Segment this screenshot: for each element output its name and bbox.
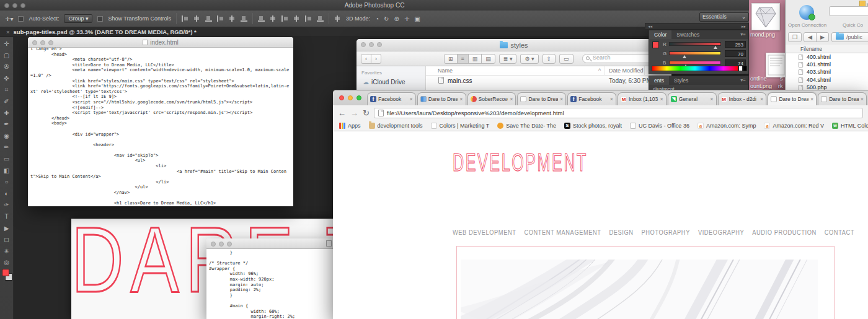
quick-connect-field[interactable] bbox=[829, 6, 868, 16]
quick-select-tool[interactable]: ✜ bbox=[0, 73, 13, 85]
document-tab[interactable]: ×sub-page-titles.psd @ 33.3% (DARE TO DR… bbox=[0, 27, 749, 37]
filename-column-header[interactable]: Filename bbox=[786, 45, 868, 53]
align-right-edges-icon[interactable] bbox=[205, 15, 212, 22]
tab-close-icon[interactable]: × bbox=[810, 96, 813, 102]
zoom-button[interactable] bbox=[356, 95, 361, 100]
tags-button[interactable]: ▭ bbox=[559, 54, 574, 64]
zoom-button[interactable] bbox=[20, 3, 25, 8]
zoom-button[interactable] bbox=[377, 42, 382, 47]
nav-link[interactable]: CONTENT MANAGEMENT bbox=[524, 229, 601, 236]
eyedropper-tool[interactable]: ✐ bbox=[0, 96, 13, 108]
close-button[interactable] bbox=[339, 95, 344, 100]
tab-adjustments-partial[interactable]: ents bbox=[649, 76, 669, 85]
distribute-right-icon[interactable] bbox=[317, 15, 324, 22]
color-spectrum-ramp[interactable] bbox=[652, 66, 738, 71]
green-slider-thumb[interactable] bbox=[683, 55, 686, 58]
history-brush-tool[interactable]: ✏ bbox=[0, 142, 13, 154]
desktop-icon-diamond-image[interactable] bbox=[751, 3, 780, 30]
zoom-button[interactable] bbox=[227, 242, 232, 247]
tab-close-icon[interactable]: × bbox=[861, 96, 864, 102]
main-css-code[interactable]: } /* Structure */ #wrapper { width: 96%;… bbox=[206, 249, 335, 319]
pen-tool[interactable]: ✑ bbox=[0, 199, 13, 211]
minimize-button[interactable] bbox=[348, 95, 353, 100]
column-date-modified[interactable]: Date Modified bbox=[609, 66, 644, 76]
desktop-icon-label[interactable]: mond.png bbox=[750, 32, 775, 38]
ftp-file-row[interactable]: 400.shtml bbox=[786, 53, 868, 61]
zoom-tool[interactable]: ◎ bbox=[0, 257, 13, 269]
move-tool-icon[interactable]: ✛▾ bbox=[5, 15, 13, 22]
back-button[interactable]: ◀ bbox=[804, 32, 817, 42]
tab-styles[interactable]: Styles bbox=[669, 76, 693, 85]
browser-tab[interactable]: SoberRecove× bbox=[467, 92, 516, 105]
browser-tab[interactable]: Facebook× bbox=[367, 92, 416, 105]
show-transform-checkbox[interactable] bbox=[97, 16, 103, 22]
distribute-top-icon[interactable] bbox=[258, 15, 265, 22]
red-value[interactable]: 253 bbox=[725, 41, 746, 48]
tab-close-icon[interactable]: × bbox=[660, 96, 663, 102]
coverflow-view-button[interactable]: ▤ bbox=[481, 54, 495, 64]
align-bottom-edges-icon[interactable] bbox=[241, 15, 247, 22]
browser-tab[interactable]: Facebook× bbox=[567, 92, 616, 105]
path-select-tool[interactable]: ▶ bbox=[0, 223, 13, 235]
tab-close-icon[interactable]: × bbox=[560, 96, 563, 102]
auto-align-icon[interactable] bbox=[334, 15, 341, 22]
photoshop-titlebar[interactable]: Adobe Photoshop CC bbox=[0, 0, 749, 11]
align-vertical-centers-icon[interactable] bbox=[229, 15, 236, 22]
3d-roll-icon[interactable]: ↻ bbox=[384, 15, 389, 22]
close-button[interactable] bbox=[32, 40, 37, 45]
open-connection-label[interactable]: Open Connection bbox=[788, 22, 826, 28]
browser-tab[interactable]: Dare to Drea× bbox=[417, 92, 466, 105]
marquee-tool[interactable]: ▢ bbox=[0, 50, 13, 62]
distribute-left-icon[interactable] bbox=[293, 15, 300, 22]
quick-connect-label[interactable]: Quick Co bbox=[843, 22, 863, 28]
nav-link[interactable]: CONTACT bbox=[825, 229, 854, 236]
minimize-button[interactable] bbox=[219, 242, 224, 247]
3d-drag-icon[interactable]: ⊕ bbox=[394, 15, 399, 22]
lasso-tool[interactable]: ✇ bbox=[0, 61, 13, 73]
column-view-button[interactable]: ▥ bbox=[468, 54, 482, 64]
bookmark[interactable]: UC Davis - Office 36 bbox=[630, 123, 689, 129]
desktop-icon-label-line1[interactable]: ontline bbox=[750, 76, 767, 82]
nav-link[interactable]: WEB DEVELOPMENT bbox=[453, 229, 516, 236]
ftp-file-row[interactable]: 401.shtml bbox=[786, 61, 868, 68]
collapse-right-icon[interactable]: ▸▸ bbox=[742, 24, 746, 29]
desktop-icon-label-line2[interactable]: ount.png bbox=[750, 83, 772, 89]
column-divider[interactable] bbox=[604, 66, 605, 76]
close-button[interactable] bbox=[4, 3, 9, 8]
gradient-tool[interactable]: ◧ bbox=[0, 165, 13, 177]
3d-slide-icon[interactable]: ✛ bbox=[404, 15, 409, 22]
tab-close-icon[interactable]: × bbox=[410, 96, 413, 102]
panel-collapse-bar[interactable]: ◂◂ ▸▸ bbox=[645, 23, 749, 30]
workspace-switcher[interactable]: Essentials ⌄ bbox=[699, 12, 749, 22]
foreground-color-swatch[interactable] bbox=[2, 269, 9, 276]
ftp-file-row[interactable]: 404.shtml bbox=[786, 76, 868, 84]
distribute-center-icon[interactable] bbox=[270, 15, 277, 22]
bookmark-folder[interactable]: development tools bbox=[369, 123, 423, 129]
finder-file-row[interactable]: main.css Today, 6:30 PM 4 KB bbox=[426, 76, 671, 86]
hand-tool[interactable]: ✳ bbox=[0, 246, 13, 258]
minimize-button[interactable] bbox=[40, 40, 45, 45]
action-menu-button[interactable]: ⚙ ▾ bbox=[520, 54, 538, 64]
black-swatch[interactable] bbox=[743, 66, 747, 71]
path-dropdown[interactable]: /public bbox=[831, 32, 868, 42]
browser-tab-active[interactable]: Dare to Drea× bbox=[768, 92, 817, 105]
forward-button[interactable]: → bbox=[350, 109, 358, 117]
forward-button[interactable]: › bbox=[371, 54, 381, 64]
browser-tab[interactable]: General× bbox=[668, 92, 717, 105]
blur-tool[interactable]: ○ bbox=[0, 177, 13, 188]
green-slider[interactable] bbox=[669, 51, 721, 55]
panel-menu-icon[interactable]: ▾≡ bbox=[740, 30, 748, 39]
index-html-code[interactable]: l lang="en"> <head> <meta charset="utf-8… bbox=[28, 48, 293, 206]
tab-close-icon[interactable]: × bbox=[710, 96, 713, 102]
type-tool[interactable]: T bbox=[0, 211, 13, 223]
reload-button[interactable]: ↻ bbox=[363, 109, 370, 117]
browser-tab[interactable]: Inbox (1,103× bbox=[618, 92, 666, 105]
minimize-button[interactable] bbox=[12, 3, 17, 8]
align-left-edges-icon[interactable] bbox=[182, 15, 188, 22]
panel-menu-icon[interactable]: ▾≡ bbox=[740, 76, 748, 85]
close-button[interactable] bbox=[361, 42, 366, 47]
close-button[interactable] bbox=[211, 242, 216, 247]
panel-foreground-swatch[interactable] bbox=[652, 42, 659, 48]
finder-titlebar[interactable]: styles bbox=[356, 39, 671, 51]
nav-link[interactable]: DESIGN bbox=[609, 229, 634, 236]
